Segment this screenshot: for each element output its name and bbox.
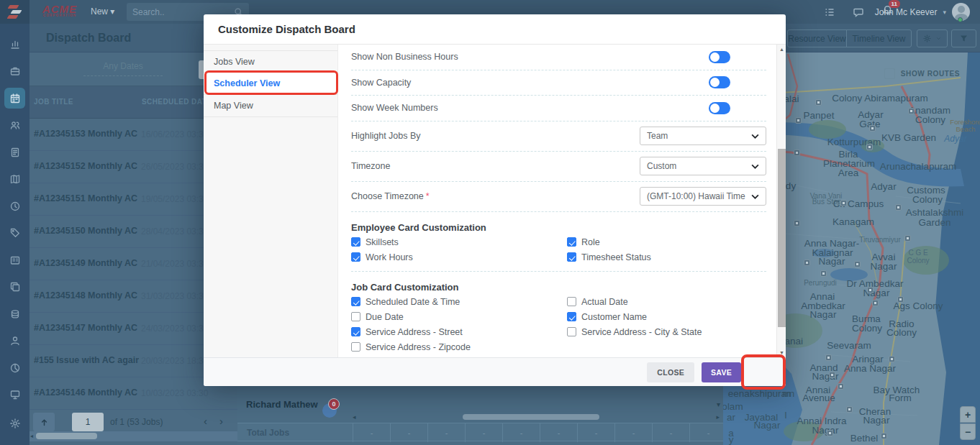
board-filter-button[interactable]	[951, 29, 976, 47]
checkbox-timesheet-status[interactable]	[567, 252, 576, 262]
job-list-hscroll-thumb[interactable]	[36, 433, 97, 439]
column-scheduled-date[interactable]: SCHEDULED DATE	[142, 98, 212, 106]
checkbox-work-hours[interactable]	[351, 252, 360, 262]
sidebar-item-projects[interactable]	[4, 277, 25, 298]
checkbox-due-date[interactable]	[351, 312, 360, 321]
resource-collapse-caret-icon[interactable]: ▾	[717, 400, 720, 408]
sidebar-item-users[interactable]	[4, 331, 25, 352]
modal-scroll-thumb[interactable]	[778, 149, 786, 327]
user-menu[interactable]: John Mc Keever ▾	[875, 0, 970, 24]
column-job-title[interactable]: JOB TITLE	[34, 98, 73, 106]
map-label: C G E	[908, 249, 927, 257]
new-dropdown-button[interactable]: New ▾	[91, 6, 114, 17]
scroll-left-icon[interactable]: ◂	[30, 433, 33, 439]
toggle-show-capacity[interactable]	[709, 76, 730, 88]
checkbox-service-address-city-state[interactable]	[567, 327, 576, 336]
total-jobs-cell: -	[353, 423, 390, 442]
checkbox-label: Service Address - City & State	[581, 327, 702, 337]
page-number-input[interactable]	[72, 413, 104, 431]
checkbox-label: Work Hours	[366, 252, 413, 262]
total-jobs-cell: -	[577, 423, 614, 442]
chevron-down-icon	[751, 164, 759, 169]
checkbox-item: Role	[567, 237, 766, 247]
save-button[interactable]: SAVE	[702, 362, 741, 382]
sidebar-item-analytics[interactable]	[4, 34, 25, 55]
list-view-icon[interactable]	[824, 6, 835, 18]
select-highlight-jobs-by[interactable]: Team	[640, 127, 766, 145]
sidebar-item-contracts[interactable]	[4, 169, 25, 190]
next-page-icon[interactable]: ›	[219, 415, 223, 427]
sidebar-item-reports[interactable]	[4, 357, 25, 378]
job-title: #A12345152 Monthly AC Ma	[34, 161, 139, 171]
company-logo[interactable]: ACME CORPORATION	[37, 3, 82, 17]
toggle-show-week-numbers[interactable]	[709, 102, 730, 114]
sidebar-item-invoices[interactable]	[4, 142, 25, 162]
checkbox-customer-name[interactable]	[567, 312, 576, 321]
show-routes-checkbox[interactable]	[884, 68, 895, 79]
sidebar-item-estimates[interactable]	[4, 249, 25, 270]
app-logo[interactable]	[0, 0, 30, 24]
checkbox-skillsets[interactable]	[351, 237, 360, 247]
settings-icon	[9, 418, 21, 429]
scroll-left-icon[interactable]: ◂	[353, 413, 356, 421]
map-label: Colony	[907, 257, 929, 265]
checkbox-service-address-street[interactable]	[351, 327, 360, 336]
timeline-view-button[interactable]: Timeline View	[846, 29, 912, 47]
setting-row: Highlight Jobs ByTeam	[351, 121, 766, 152]
sidebar-item-dispatch-board[interactable]	[4, 88, 25, 109]
setting-label: Show Week Numbers	[351, 103, 438, 113]
sidebar-item-jobs[interactable]	[4, 61, 25, 82]
checkbox-label: Service Address - Zipcode	[366, 342, 471, 352]
board-settings-button[interactable]	[917, 29, 948, 47]
zoom-out-button[interactable]: −	[960, 423, 976, 440]
sidebar-item-payments[interactable]	[4, 303, 25, 324]
checkbox-item: Timesheet Status	[567, 252, 766, 262]
map-label: l	[785, 410, 787, 421]
modal-nav-jobs-view[interactable]: Jobs View	[204, 50, 337, 73]
scroll-right-icon[interactable]: ▸	[716, 413, 720, 421]
sidebar-item-timesheets[interactable]	[4, 196, 25, 216]
close-button[interactable]: CLOSE	[647, 362, 694, 382]
sidebar-item-tags[interactable]	[4, 223, 25, 244]
sidebar-item-settings[interactable]	[4, 413, 25, 433]
prev-page-icon[interactable]: ‹	[204, 415, 207, 427]
chevron-down-icon	[751, 134, 759, 139]
date-filter[interactable]: Any Dates	[83, 61, 163, 76]
checkbox-service-address-zipcode[interactable]	[351, 342, 360, 352]
bus-stop-icon	[869, 125, 876, 132]
checkbox-role[interactable]	[567, 237, 576, 247]
sidebar-item-customers[interactable]	[4, 115, 25, 136]
scheduler-hscroll-thumb[interactable]	[463, 414, 599, 420]
modal-settings: Show Non Business HoursShow CapacityShow…	[338, 45, 776, 357]
scroll-up-icon[interactable]: ▲	[777, 47, 786, 52]
select-choose-timezone[interactable]: (GMT-10:00) Hawaii Time	[640, 187, 766, 206]
checkbox-actual-date[interactable]	[567, 297, 576, 306]
modal-scrollbar[interactable]: ▲ ▼	[776, 45, 786, 357]
scheduler-hscrollbar[interactable]: ◂ ▸	[353, 414, 720, 421]
checkbox-item: Skillsets	[351, 237, 567, 247]
modal-nav-map-view[interactable]: Map View	[204, 95, 337, 117]
scroll-down-icon[interactable]: ▼	[777, 350, 786, 355]
modal-nav-scheduler-view[interactable]: Scheduler View	[204, 73, 337, 95]
contracts-icon	[9, 173, 21, 185]
arrow-up-icon	[40, 418, 49, 427]
toggle-show-non-business-hours[interactable]	[709, 51, 730, 63]
checkbox-scheduled-date-time[interactable]	[351, 297, 360, 306]
bus-stop-icon	[829, 372, 835, 378]
map-label: Tiruvanmiyur	[859, 236, 900, 244]
checkbox-item: Service Address - Street	[351, 327, 567, 337]
projects-icon	[9, 281, 21, 293]
checkbox-item: Customer Name	[567, 312, 766, 322]
job-list-hscrollbar[interactable]: ◂	[30, 431, 237, 441]
resource-view-button[interactable]: Resource View	[787, 29, 847, 47]
zoom-in-button[interactable]: +	[960, 406, 976, 423]
sidebar-item-devices[interactable]	[4, 385, 25, 405]
chat-icon[interactable]	[853, 6, 864, 18]
setting-label: Highlight Jobs By	[351, 131, 421, 141]
collapse-panel-button[interactable]	[33, 413, 55, 431]
map-label: Colony Abiramapuram	[832, 93, 928, 104]
invoices-icon	[9, 147, 21, 158]
select-timezone[interactable]: Custom	[640, 157, 766, 175]
total-jobs-cell: -	[502, 423, 540, 442]
analytics-icon	[9, 39, 21, 50]
